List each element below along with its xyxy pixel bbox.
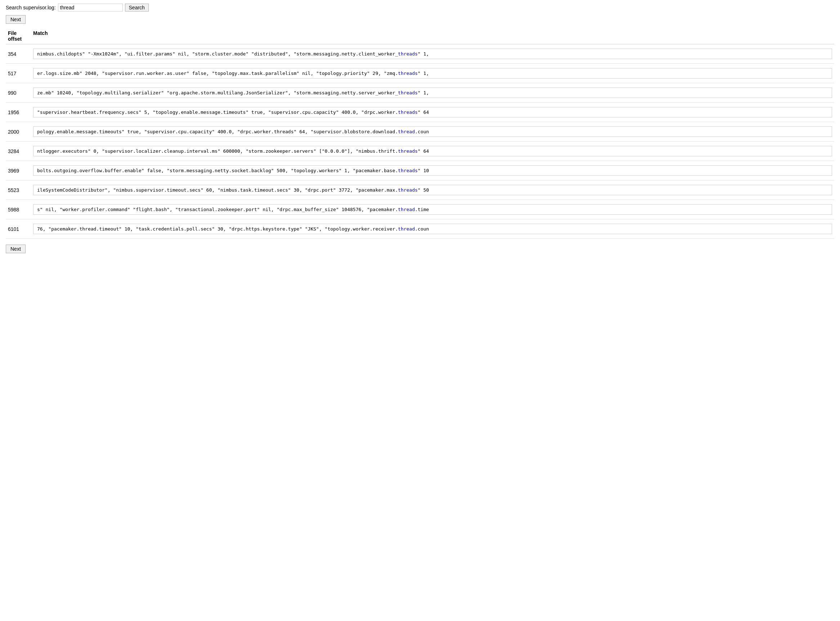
match-box: "supervisor.heartbeat.frequency.secs" 5,…	[33, 107, 832, 117]
col-header-offset: Fileoffset	[6, 29, 31, 44]
match-highlight: thread	[398, 207, 415, 212]
offset-cell: 1956	[6, 103, 31, 122]
next-top-button[interactable]: Next	[6, 15, 26, 24]
next-bottom-container: Next	[6, 245, 834, 258]
match-box: ze.mb" 10240, "topology.multilang.serial…	[33, 88, 832, 98]
match-cell: "supervisor.heartbeat.frequency.secs" 5,…	[31, 103, 834, 122]
table-row: 354nimbus.childopts" "-Xmx1024m", "ui.fi…	[6, 44, 834, 64]
offset-cell: 5523	[6, 180, 31, 200]
offset-cell: 3969	[6, 161, 31, 180]
match-box: er.logs.size.mb" 2048, "supervisor.run.w…	[33, 68, 832, 79]
match-box: ntlogger.executors" 0, "supervisor.local…	[33, 146, 832, 156]
offset-cell: 3284	[6, 142, 31, 161]
match-highlight: threads	[398, 187, 418, 193]
table-row: 3969bolts.outgoing.overflow.buffer.enabl…	[6, 161, 834, 180]
match-cell: ileSystemCodeDistributor", "nimbus.super…	[31, 180, 834, 200]
match-box: pology.enable.message.timeouts" true, "s…	[33, 126, 832, 137]
table-row: 2000pology.enable.message.timeouts" true…	[6, 122, 834, 142]
match-cell: er.logs.size.mb" 2048, "supervisor.run.w…	[31, 64, 834, 83]
table-row: 5988s" nil, "worker.profiler.command" "f…	[6, 200, 834, 220]
match-highlight: threads	[398, 109, 418, 115]
search-label: Search supervisor.log:	[6, 5, 56, 11]
results-table: Fileoffset Match 354nimbus.childopts" "-…	[6, 29, 834, 239]
match-box: bolts.outgoing.overflow.buffer.enable" f…	[33, 165, 832, 176]
match-highlight: threads	[398, 71, 418, 76]
col-header-match: Match	[31, 29, 834, 44]
match-box: ileSystemCodeDistributor", "nimbus.super…	[33, 185, 832, 195]
table-row: 610176, "pacemaker.thread.timeout" 10, "…	[6, 220, 834, 239]
match-box: nimbus.childopts" "-Xmx1024m", "ui.filte…	[33, 48, 832, 59]
offset-cell: 517	[6, 64, 31, 83]
match-highlight: thread	[398, 226, 415, 232]
match-cell: nimbus.childopts" "-Xmx1024m", "ui.filte…	[31, 44, 834, 64]
match-box: 76, "pacemaker.thread.timeout" 10, "task…	[33, 224, 832, 234]
table-row: 5523ileSystemCodeDistributor", "nimbus.s…	[6, 180, 834, 200]
next-top-container: Next	[6, 15, 834, 29]
search-button[interactable]: Search	[125, 4, 149, 12]
table-row: 990ze.mb" 10240, "topology.multilang.ser…	[6, 83, 834, 103]
match-cell: ze.mb" 10240, "topology.multilang.serial…	[31, 83, 834, 103]
offset-cell: 5988	[6, 200, 31, 220]
table-row: 517er.logs.size.mb" 2048, "supervisor.ru…	[6, 64, 834, 83]
offset-cell: 990	[6, 83, 31, 103]
match-highlight: threads	[398, 90, 418, 95]
offset-cell: 6101	[6, 220, 31, 239]
match-box: s" nil, "worker.profiler.command" "fligh…	[33, 204, 832, 215]
search-input[interactable]	[58, 4, 123, 12]
table-row: 3284ntlogger.executors" 0, "supervisor.l…	[6, 142, 834, 161]
match-highlight: threads	[398, 51, 418, 56]
match-cell: pology.enable.message.timeouts" true, "s…	[31, 122, 834, 142]
match-highlight: thread	[398, 129, 415, 134]
match-highlight: threads	[398, 148, 418, 154]
offset-cell: 2000	[6, 122, 31, 142]
match-cell: s" nil, "worker.profiler.command" "fligh…	[31, 200, 834, 220]
match-highlight: threads	[398, 168, 418, 173]
match-cell: bolts.outgoing.overflow.buffer.enable" f…	[31, 161, 834, 180]
next-bottom-button[interactable]: Next	[6, 245, 26, 253]
search-bar: Search supervisor.log: Search	[6, 4, 834, 12]
match-cell: 76, "pacemaker.thread.timeout" 10, "task…	[31, 220, 834, 239]
table-row: 1956"supervisor.heartbeat.frequency.secs…	[6, 103, 834, 122]
match-cell: ntlogger.executors" 0, "supervisor.local…	[31, 142, 834, 161]
offset-cell: 354	[6, 44, 31, 64]
